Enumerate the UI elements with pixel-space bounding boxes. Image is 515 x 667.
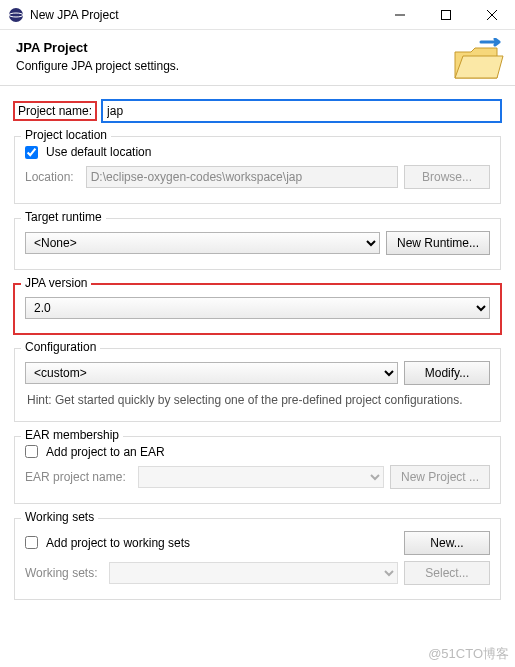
title-bar: New JPA Project <box>0 0 515 30</box>
working-sets-group: Working sets Add project to working sets… <box>14 518 501 600</box>
working-sets-select <box>109 562 398 584</box>
jpa-version-legend: JPA version <box>21 276 91 290</box>
new-working-set-button[interactable]: New... <box>404 531 490 555</box>
minimize-button[interactable] <box>377 0 423 30</box>
ear-membership-legend: EAR membership <box>21 428 123 442</box>
configuration-group: Configuration <custom> Modify... Hint: G… <box>14 348 501 422</box>
location-label: Location: <box>25 170 74 184</box>
project-location-group: Project location Use default location Lo… <box>14 136 501 204</box>
close-button[interactable] <box>469 0 515 30</box>
select-working-set-button: Select... <box>404 561 490 585</box>
folder-icon <box>451 38 505 86</box>
watermark: @51CTO博客 <box>428 645 509 663</box>
banner-heading: JPA Project <box>16 40 499 55</box>
add-to-ear-label: Add project to an EAR <box>46 445 165 459</box>
use-default-location-checkbox[interactable] <box>25 146 38 159</box>
project-name-label: Project name: <box>14 102 96 120</box>
target-runtime-group: Target runtime <None> New Runtime... <box>14 218 501 270</box>
svg-rect-3 <box>442 10 451 19</box>
add-to-ear-checkbox[interactable] <box>25 445 38 458</box>
location-input <box>86 166 398 188</box>
add-to-ear-row: Add project to an EAR <box>25 445 490 459</box>
new-runtime-button[interactable]: New Runtime... <box>386 231 490 255</box>
add-to-ws-row: Add project to working sets <box>25 536 398 550</box>
configuration-hint: Hint: Get started quickly by selecting o… <box>27 393 488 409</box>
target-runtime-legend: Target runtime <box>21 210 106 224</box>
jpa-version-select[interactable]: 2.0 <box>25 297 490 319</box>
wizard-banner: JPA Project Configure JPA project settin… <box>0 30 515 86</box>
working-sets-legend: Working sets <box>21 510 98 524</box>
eclipse-icon <box>8 7 24 23</box>
project-name-row: Project name: <box>14 100 501 122</box>
maximize-button[interactable] <box>423 0 469 30</box>
banner-description: Configure JPA project settings. <box>16 59 499 73</box>
add-to-ws-checkbox[interactable] <box>25 536 38 549</box>
configuration-select[interactable]: <custom> <box>25 362 398 384</box>
ear-project-label: EAR project name: <box>25 470 126 484</box>
working-sets-label: Working sets: <box>25 566 97 580</box>
window-title: New JPA Project <box>30 8 377 22</box>
use-default-location-label: Use default location <box>46 145 151 159</box>
project-location-legend: Project location <box>21 128 111 142</box>
ear-project-select <box>138 466 384 488</box>
wizard-content: Project name: Project location Use defau… <box>0 86 515 604</box>
new-ear-project-button: New Project ... <box>390 465 490 489</box>
ear-membership-group: EAR membership Add project to an EAR EAR… <box>14 436 501 504</box>
project-name-input[interactable] <box>102 100 501 122</box>
add-to-ws-label: Add project to working sets <box>46 536 190 550</box>
use-default-location-row: Use default location <box>25 145 490 159</box>
svg-point-0 <box>9 8 23 22</box>
target-runtime-select[interactable]: <None> <box>25 232 380 254</box>
configuration-legend: Configuration <box>21 340 100 354</box>
browse-button: Browse... <box>404 165 490 189</box>
jpa-version-group: JPA version 2.0 <box>14 284 501 334</box>
modify-button[interactable]: Modify... <box>404 361 490 385</box>
